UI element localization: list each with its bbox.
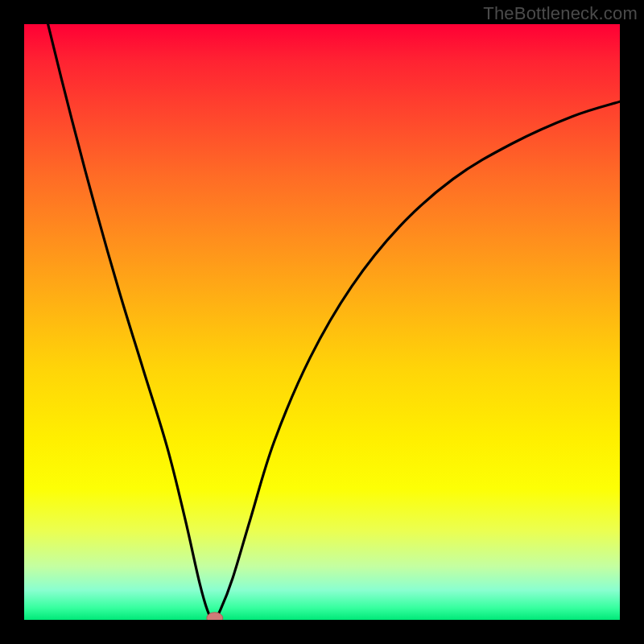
watermark-text: TheBottleneck.com bbox=[483, 3, 638, 24]
curve-layer bbox=[24, 24, 620, 620]
bottleneck-curve bbox=[24, 24, 620, 619]
plot-area bbox=[24, 24, 620, 620]
chart-frame: TheBottleneck.com bbox=[0, 0, 644, 644]
